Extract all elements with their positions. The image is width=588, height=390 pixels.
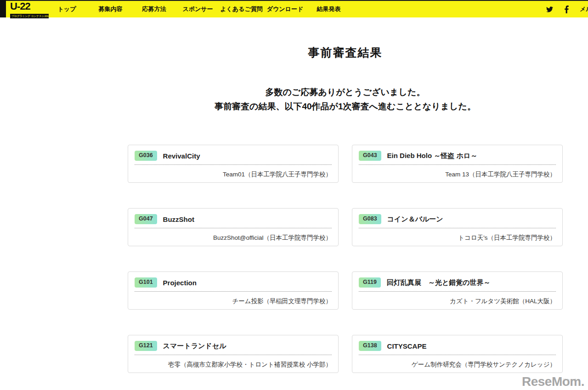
left-edge-bar (0, 0, 6, 17)
entry-title: Projection (163, 279, 197, 287)
entry-team: トコロ天's（日本工学院専門学校） (359, 234, 556, 242)
result-card: G119 回灯乱真展 ～光と錯覚の世界～ カズト・フルタツ美術館（HAL大阪） (352, 271, 563, 310)
entry-id-badge: G138 (359, 341, 381, 351)
social-links: メル (546, 1, 588, 17)
card-head: G047 BuzzShot (135, 214, 332, 224)
page: U-22 プログラミング コンテスト2016 トップ募集内容応募方法スポンサーよ… (0, 0, 588, 390)
card-head: G101 Projection (135, 277, 332, 288)
entry-team: ゲーム制作研究会（専門学校サンテクノカレッジ） (359, 361, 556, 369)
results-grid: G036 RevivalCity Team01（日本工学院八王子専門学校） G0… (128, 145, 563, 373)
intro-line-1: 多数のご応募ありがとうございました。 (128, 85, 563, 99)
nav-item-3[interactable]: スポンサー (176, 1, 220, 17)
entry-id-badge: G043 (359, 151, 381, 161)
content: 事前審査結果 多数のご応募ありがとうございました。 事前審査の結果、以下40作品… (128, 45, 563, 373)
result-card: G083 コイン＆バルーン トコロ天's（日本工学院専門学校） (352, 208, 563, 246)
entry-team: Team 13（日本工学院八王子専門学校） (359, 170, 556, 179)
result-card: G138 CITYSCAPE ゲーム制作研究会（専門学校サンテクノカレッジ） (352, 335, 563, 373)
entry-id-badge: G036 (135, 151, 157, 161)
entry-team: 壱零（高槻市立郡家小学校・トロント補習授業校 小学部） (135, 361, 332, 369)
resemom-dot: . (581, 374, 584, 389)
facebook-icon[interactable] (565, 6, 569, 13)
nav-item-5[interactable]: ダウンロード (263, 1, 307, 17)
entry-team: Team01（日本工学院八王子専門学校） (135, 170, 332, 179)
card-divider (135, 291, 332, 292)
result-card: G121 スマートランドセル 壱零（高槻市立郡家小学校・トロント補習授業校 小学… (128, 335, 339, 373)
entry-id-badge: G101 (135, 277, 157, 288)
entry-title: BuzzShot (163, 215, 194, 223)
main-nav: トップ募集内容応募方法スポンサーよくあるご質問ダウンロード結果発表 (45, 1, 351, 17)
card-head: G043 Ein Dieb Holo ～怪盗 ホロ～ (359, 151, 556, 161)
result-card: G047 BuzzShot BuzzShot@official（日本工学院専門学… (128, 208, 339, 246)
entry-id-badge: G083 (359, 214, 381, 224)
nav-item-6[interactable]: 結果発表 (307, 1, 351, 17)
card-divider (135, 164, 332, 165)
entry-title: Ein Dieb Holo ～怪盗 ホロ～ (387, 152, 478, 160)
page-title: 事前審査結果 (128, 45, 563, 60)
card-divider (359, 355, 556, 355)
entry-team: カズト・フルタツ美術館（HAL大阪） (359, 297, 556, 305)
twitter-icon[interactable] (546, 6, 554, 13)
intro-line-2: 事前審査の結果、以下40作品が1次審査へ進むこととなりました。 (128, 99, 563, 113)
entry-title: RevivalCity (163, 152, 200, 160)
result-card: G036 RevivalCity Team01（日本工学院八王子専門学校） (128, 145, 339, 183)
nav-item-0[interactable]: トップ (45, 1, 89, 17)
u22-logo-subtitle: プログラミング コンテスト2016 (10, 14, 49, 18)
entry-team: BuzzShot@official（日本工学院専門学校） (135, 234, 332, 242)
card-divider (359, 164, 556, 165)
entry-title: 回灯乱真展 ～光と錯覚の世界～ (387, 278, 491, 287)
resemom-watermark: リセマムReseMom. (522, 374, 584, 389)
resemom-ruby: リセマム (563, 373, 578, 387)
nav-item-4[interactable]: よくあるご質問 (220, 1, 263, 17)
entry-title: コイン＆バルーン (387, 215, 443, 224)
entry-team: チーム投影（早稲田文理専門学校） (135, 297, 332, 305)
entry-id-badge: G121 (135, 341, 157, 351)
entry-title: スマートランドセル (163, 342, 226, 350)
card-divider (135, 228, 332, 228)
card-head: G138 CITYSCAPE (359, 341, 556, 351)
result-card: G101 Projection チーム投影（早稲田文理専門学校） (128, 271, 339, 310)
entry-id-badge: G047 (135, 214, 157, 224)
newsletter-link[interactable]: メル (580, 5, 588, 13)
nav-item-2[interactable]: 応募方法 (132, 1, 176, 17)
result-card: G043 Ein Dieb Holo ～怪盗 ホロ～ Team 13（日本工学院… (352, 145, 563, 183)
intro-text: 多数のご応募ありがとうございました。 事前審査の結果、以下40作品が1次審査へ進… (128, 85, 563, 113)
card-divider (135, 355, 332, 355)
card-divider (359, 291, 556, 292)
card-head: G121 スマートランドセル (135, 341, 332, 351)
card-divider (359, 228, 556, 228)
entry-title: CITYSCAPE (387, 342, 427, 350)
top-nav: U-22 プログラミング コンテスト2016 トップ募集内容応募方法スポンサーよ… (0, 0, 588, 17)
nav-item-1[interactable]: 募集内容 (89, 1, 132, 17)
card-head: G036 RevivalCity (135, 151, 332, 161)
card-head: G083 コイン＆バルーン (359, 214, 556, 224)
entry-id-badge: G119 (359, 277, 381, 288)
card-head: G119 回灯乱真展 ～光と錯覚の世界～ (359, 277, 556, 288)
